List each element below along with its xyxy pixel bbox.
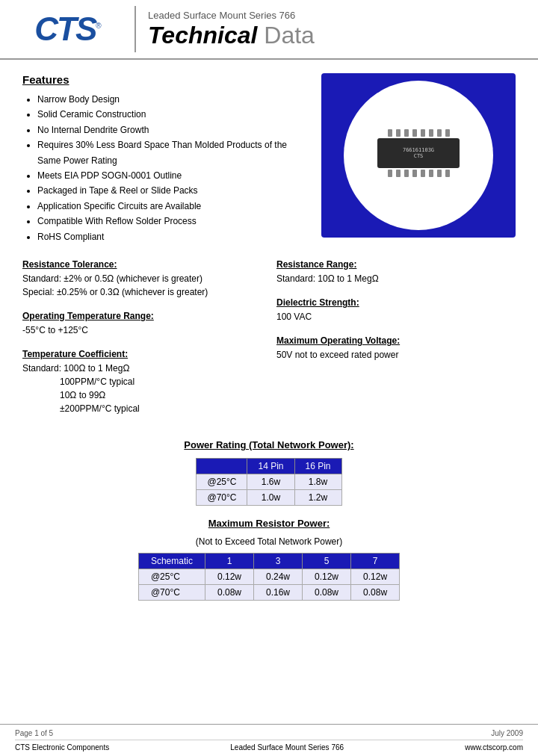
power-row2-label: @70°C (197, 489, 247, 505)
temp-coeff-value4: ±200PPM/°C typical (22, 402, 262, 415)
company-logo-area: CTS® (0, 0, 134, 58)
table-row: @70°C 1.0w 1.2w (197, 489, 341, 505)
header-title-area: Leaded Surface Mount Series 766 Technica… (136, 0, 538, 58)
header-subtitle: Leaded Surface Mount Series 766 (148, 10, 526, 21)
operating-temp-value: -55°C to +125°C (22, 323, 262, 337)
power-col2-header: 16 Pin (294, 458, 341, 474)
schematic-row2-label: @70°C (138, 584, 205, 600)
title-light: Data (257, 22, 314, 49)
temp-coeff-label: Temperature Coefficient: (22, 349, 262, 359)
schematic-table: Schematic 1 3 5 7 @25°C 0.12w 0.24w 0.12… (138, 553, 400, 601)
power-row2-col2: 1.2w (294, 489, 341, 505)
table-row: @70°C 0.08w 0.16w 0.08w 0.08w (138, 584, 399, 600)
footer-bottom: CTS Electronic Components Leaded Surface… (15, 740, 523, 752)
top-section: Features Narrow Body Design Solid Cerami… (22, 66, 516, 244)
header-main-title: Technical Data (148, 22, 526, 49)
schematic-col2-header: 3 (253, 553, 302, 568)
power-row1-col1: 1.6w (247, 474, 294, 489)
temp-coeff-value1: Standard: 100Ω to 1 MegΩ (22, 362, 262, 375)
dielectric-block: Dielectric Strength: 100 VAC (276, 297, 516, 323)
schematic-row1-c1: 0.12w (205, 568, 253, 584)
schematic-row1-c4: 0.12w (351, 568, 400, 584)
schematic-row2-c2: 0.16w (253, 584, 302, 600)
features-list: Narrow Body Design Solid Ceramic Constru… (22, 92, 309, 244)
footer-company: CTS Electronic Components (15, 743, 109, 752)
max-voltage-label: Maximum Operating Voltage: (276, 335, 516, 346)
resistance-tolerance-value1: Standard: ±2% or 0.5Ω (whichever is grea… (22, 272, 262, 285)
specs-section: Resistance Tolerance: Standard: ±2% or 0… (22, 259, 516, 427)
footer-website: www.ctscorp.com (465, 743, 523, 752)
table-row: @25°C 0.12w 0.24w 0.12w 0.12w (138, 568, 399, 584)
logo-text: CTS (34, 10, 96, 47)
dielectric-value: 100 VAC (276, 310, 516, 323)
schematic-col1-header: 1 (205, 553, 253, 568)
temp-coeff-value2: 100PPM/°C typical (22, 375, 262, 388)
page-header: CTS® Leaded Surface Mount Series 766 Tec… (0, 0, 538, 60)
max-resistor-heading: Maximum Resistor Power: (22, 518, 516, 529)
main-content: Features Narrow Body Design Solid Cerami… (0, 66, 538, 601)
chip-pins-bottom (388, 170, 450, 177)
chip-pin (388, 170, 392, 177)
chip-pin (412, 170, 417, 177)
chip-pin (421, 170, 425, 177)
schematic-col3-header: 5 (303, 553, 351, 568)
schematic-col4-header: 7 (351, 553, 400, 568)
max-voltage-value: 50V not to exceed rated power (276, 348, 516, 362)
temp-coeff-block: Temperature Coefficient: Standard: 100Ω … (22, 349, 262, 415)
footer-page: Page 1 of 5 (15, 729, 53, 737)
features-heading: Features (22, 73, 309, 86)
features-section: Features Narrow Body Design Solid Cerami… (22, 66, 309, 244)
dielectric-label: Dielectric Strength: (276, 297, 516, 308)
chip-text: 766161103G CTS (403, 147, 434, 160)
specs-right: Resistance Range: Standard: 10Ω to 1 Meg… (276, 259, 516, 427)
list-item: Packaged in Tape & Reel or Slide Packs (37, 183, 309, 198)
power-row2-col1: 1.0w (247, 489, 294, 505)
list-item: Solid Ceramic Construction (37, 107, 309, 122)
chip-pin (396, 129, 401, 137)
schematic-row1-label: @25°C (138, 568, 205, 584)
chip-body: 766161103G CTS (377, 138, 460, 168)
list-item: Compatible With Reflow Solder Process (37, 214, 309, 229)
schematic-row1-c3: 0.12w (303, 568, 351, 584)
chip-pin (437, 170, 442, 177)
chip-pin (396, 170, 401, 177)
resistance-tolerance-label: Resistance Tolerance: (22, 259, 262, 270)
schematic-col0-header: Schematic (138, 553, 205, 568)
list-item: Requires 30% Less Board Space Than Molde… (37, 137, 309, 168)
chip-pin (429, 170, 433, 177)
chip-pin (421, 129, 425, 137)
list-item: No Internal Dendrite Growth (37, 123, 309, 137)
chip-line2: CTS (403, 153, 434, 159)
title-bold: Technical (148, 22, 257, 49)
specs-left: Resistance Tolerance: Standard: ±2% or 0… (22, 259, 262, 427)
resistance-range-label: Resistance Range: (276, 259, 516, 270)
power-row1-col2: 1.8w (294, 474, 341, 489)
chip-pin (404, 170, 409, 177)
chip-pin (388, 129, 392, 137)
schematic-row1-c2: 0.24w (253, 568, 302, 584)
max-resistor-subheading: (Not to Exceed Total Network Power) (22, 536, 516, 547)
schematic-row2-c4: 0.08w (351, 584, 400, 600)
power-rating-section: Power Rating (Total Network Power): 14 P… (22, 439, 516, 506)
chip-line1: 766161103G (403, 147, 434, 153)
power-rating-table: 14 Pin 16 Pin @25°C 1.6w 1.8w @70°C 1.0w… (196, 458, 341, 506)
chip-pin (404, 129, 409, 137)
product-image: 766161103G CTS (321, 73, 516, 238)
power-rating-heading: Power Rating (Total Network Power): (22, 439, 516, 450)
operating-temp-label: Operating Temperature Range: (22, 311, 262, 321)
chip-pin (445, 170, 450, 177)
cts-logo: CTS® (34, 13, 99, 46)
chip-pin (437, 129, 442, 137)
table-row: @25°C 1.6w 1.8w (197, 474, 341, 489)
operating-temp-block: Operating Temperature Range: -55°C to +1… (22, 311, 262, 337)
schematic-row2-c3: 0.08w (303, 584, 351, 600)
chip-pin (445, 129, 450, 137)
max-resistor-section: Maximum Resistor Power: (Not to Exceed T… (22, 518, 516, 601)
max-voltage-block: Maximum Operating Voltage: 50V not to ex… (276, 335, 516, 362)
logo-registered: ® (96, 22, 99, 30)
chip-visual: 766161103G CTS (366, 129, 471, 182)
power-row1-label: @25°C (197, 474, 247, 489)
schematic-row2-c1: 0.08w (205, 584, 253, 600)
list-item: Application Specific Circuits are Availa… (37, 199, 309, 214)
power-col1-header: 14 Pin (247, 458, 294, 474)
